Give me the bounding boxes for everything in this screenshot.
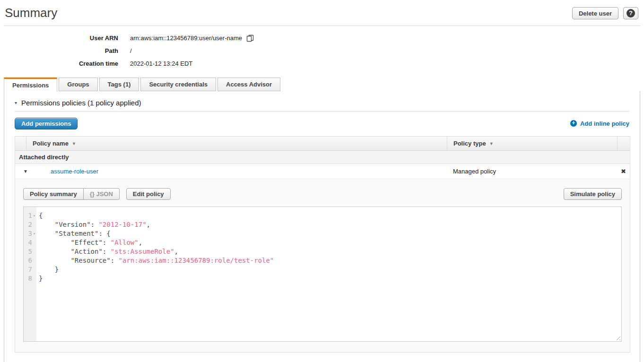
page-header: Summary Delete user ? xyxy=(0,0,644,22)
question-mark-icon: ? xyxy=(627,9,635,17)
row-expand-caret-icon[interactable]: ▼ xyxy=(15,169,26,174)
actions-column-header xyxy=(617,137,630,150)
page-title: Summary xyxy=(5,6,57,20)
copy-icon[interactable] xyxy=(246,34,254,42)
add-inline-policy-link[interactable]: + Add inline policy xyxy=(570,120,629,127)
code-line: "Version": "2012-10-17", xyxy=(39,220,621,229)
group-row-label: Attached directly xyxy=(19,154,69,161)
help-button[interactable]: ? xyxy=(623,7,638,19)
policies-table: Policy name ▼ Policy type ▼ Attached dir… xyxy=(15,136,630,353)
header-actions: Delete user ? xyxy=(572,6,638,19)
json-policy-editor[interactable]: 1▾23▾45678 { "Version": "2012-10-17", "S… xyxy=(23,207,622,342)
policy-view-button-group: Policy summary {} JSON xyxy=(23,188,120,200)
info-row-user-arn: User ARN arn:aws:iam::123456789:user/use… xyxy=(0,32,644,44)
policy-actions-row: Add permissions + Add inline policy xyxy=(15,117,629,129)
policy-type-header-label: Policy type xyxy=(453,140,486,147)
tab-bar: Permissions Groups Tags (1) Security cre… xyxy=(4,78,640,91)
code-line: "Statement": { xyxy=(39,229,621,238)
policy-name-link[interactable]: assume-role-user xyxy=(51,168,98,175)
iam-user-summary-page: Summary Delete user ? User ARN arn:aws:i… xyxy=(0,0,644,362)
sort-caret-icon: ▼ xyxy=(72,141,76,146)
tab-security-credentials[interactable]: Security credentials xyxy=(140,78,216,91)
policy-type-value: Managed policy xyxy=(447,168,617,175)
tab-permissions[interactable]: Permissions xyxy=(4,78,57,92)
policy-detail-actions: Policy summary {} JSON Edit policy Simul… xyxy=(23,188,622,200)
policy-name-header-label: Policy name xyxy=(33,140,69,147)
delete-user-button[interactable]: Delete user xyxy=(572,7,618,19)
remove-policy-x-icon[interactable]: ✖ xyxy=(617,168,630,175)
attached-directly-group-row: Attached directly xyxy=(15,151,630,164)
code-line: } xyxy=(39,274,621,283)
tab-tags[interactable]: Tags (1) xyxy=(99,78,139,91)
fold-caret-icon[interactable]: ▾ xyxy=(32,229,36,238)
plus-circle-icon: + xyxy=(570,120,577,127)
add-inline-policy-label: Add inline policy xyxy=(580,120,629,127)
sort-caret-icon: ▼ xyxy=(489,141,494,146)
editor-code[interactable]: { "Version": "2012-10-17", "Statement": … xyxy=(36,207,621,341)
section-collapse-caret-icon: ▾ xyxy=(15,100,17,105)
code-line: "Resource": "arn:aws:iam::123456789:role… xyxy=(39,256,621,265)
path-value: / xyxy=(130,47,132,54)
json-view-button[interactable]: {} JSON xyxy=(84,188,120,200)
user-arn-label: User ARN xyxy=(0,34,118,42)
info-row-path: Path / xyxy=(0,44,644,57)
permissions-policies-section-toggle[interactable]: ▾ Permissions policies (1 policy applied… xyxy=(4,91,640,107)
code-line: { xyxy=(39,211,621,220)
permissions-tab-panel: ▾ Permissions policies (1 policy applied… xyxy=(4,91,640,362)
table-header-row: Policy name ▼ Policy type ▼ xyxy=(15,136,630,151)
user-arn-value: arn:aws:iam::123456789:user/user-name xyxy=(130,34,242,42)
user-info-section: User ARN arn:aws:iam::123456789:user/use… xyxy=(0,26,644,70)
simulate-policy-button[interactable]: Simulate policy xyxy=(564,188,622,200)
code-line: "Action": "sts:AssumeRole", xyxy=(39,247,621,256)
editor-gutter: 1▾23▾45678 xyxy=(24,207,36,341)
policy-summary-button[interactable]: Policy summary xyxy=(23,188,84,200)
fold-caret-icon[interactable]: ▾ xyxy=(32,211,36,220)
section-divider xyxy=(15,111,629,112)
info-row-creation-time: Creation time 2022-01-12 13:24 EDT xyxy=(0,57,644,70)
policy-name-column-header[interactable]: Policy name ▼ xyxy=(26,137,447,150)
policy-type-column-header[interactable]: Policy type ▼ xyxy=(447,137,617,150)
creation-time-label: Creation time xyxy=(0,60,118,67)
code-line: } xyxy=(39,265,621,274)
policy-detail-expanded: Policy summary {} JSON Edit policy Simul… xyxy=(15,179,630,352)
expand-column-header xyxy=(15,137,26,150)
path-label: Path xyxy=(0,47,118,54)
add-permissions-button[interactable]: Add permissions xyxy=(15,118,78,129)
tab-access-advisor[interactable]: Access Advisor xyxy=(218,78,280,91)
creation-time-value: 2022-01-12 13:24 EDT xyxy=(130,60,192,67)
tab-groups[interactable]: Groups xyxy=(59,78,97,91)
section-title: Permissions policies (1 policy applied) xyxy=(21,99,141,107)
edit-policy-button[interactable]: Edit policy xyxy=(126,188,171,200)
code-line: "Effect": "Allow", xyxy=(39,238,621,247)
policy-table-row: ▼ assume-role-user Managed policy ✖ xyxy=(15,164,630,179)
